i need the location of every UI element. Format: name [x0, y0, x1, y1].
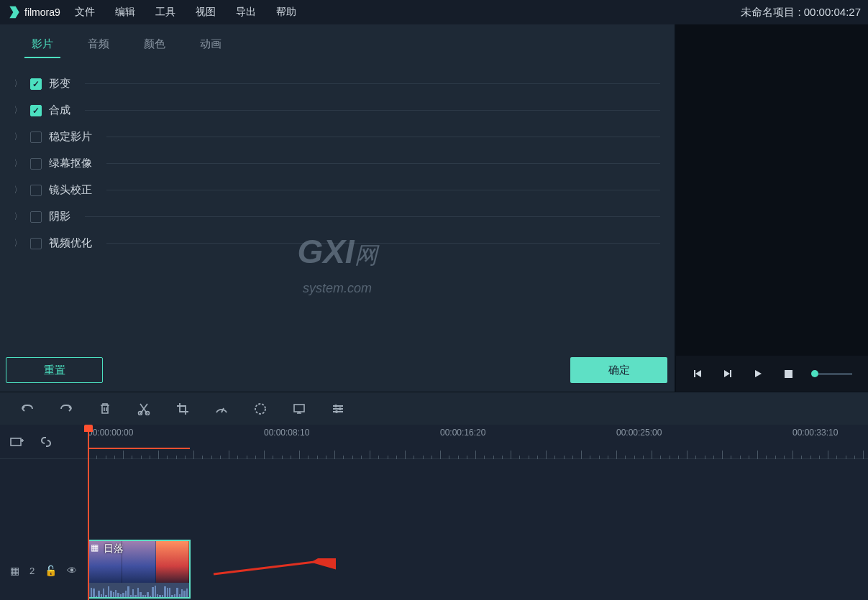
svg-point-3 [255, 404, 265, 414]
color-icon[interactable] [253, 402, 268, 416]
checkbox-greenscreen[interactable] [30, 158, 42, 170]
link-icon[interactable] [39, 435, 53, 449]
clip-waveform [89, 583, 189, 599]
play-icon[interactable] [752, 368, 764, 379]
svg-point-6 [339, 407, 342, 410]
chevron-right-icon[interactable]: 〉 [14, 184, 22, 196]
prop-label: 阴影 [49, 210, 70, 223]
properties-panel: 影片 音频 颜色 动画 〉 形变 〉 合成 〉 稳定影片 [0, 24, 676, 392]
prop-shadow: 〉 阴影 [13, 203, 660, 230]
panel-footer: 重置 确定 [0, 349, 675, 392]
timeline: 00:00:00:0000:00:08:1000:00:16:2000:00:2… [0, 425, 868, 600]
tab-audio[interactable]: 音频 [70, 32, 127, 57]
chevron-right-icon[interactable]: 〉 [14, 131, 22, 143]
crop-icon[interactable] [175, 402, 190, 416]
timeline-header: 00:00:00:0000:00:08:1000:00:16:2000:00:2… [0, 425, 868, 459]
svg-rect-0 [785, 370, 792, 378]
step-forward-icon[interactable] [722, 368, 734, 379]
svg-rect-4 [294, 405, 304, 412]
track-controls: ▦ 2 🔓 👁 [0, 541, 88, 600]
preview-panel [676, 24, 868, 392]
svg-point-7 [335, 410, 338, 413]
redo-icon[interactable] [59, 402, 73, 416]
prop-stabilize: 〉 稳定影片 [13, 124, 660, 150]
app-logo: filmora9 [7, 5, 60, 19]
svg-rect-8 [11, 438, 21, 446]
checkbox-shadow[interactable] [30, 211, 42, 223]
ruler-time-label: 00:00:16:20 [440, 428, 485, 438]
prop-label: 稳定影片 [49, 130, 92, 144]
video-clip[interactable]: ▦ 日落 [88, 540, 191, 599]
prop-label: 视频优化 [49, 236, 92, 250]
checkbox-composite[interactable] [30, 105, 42, 116]
svg-line-9 [214, 560, 332, 574]
chevron-right-icon[interactable]: 〉 [14, 157, 22, 170]
ruler-time-label: 00:00:08:10 [264, 428, 309, 438]
menu-help[interactable]: 帮助 [276, 6, 296, 19]
prop-label: 镜头校正 [49, 183, 92, 197]
timeline-tracks: ▦ 2 🔓 👁 ▦ 日落 [0, 459, 868, 600]
project-name: 未命名项目 [741, 6, 795, 18]
checkbox-lenscorrection[interactable] [30, 185, 42, 196]
chevron-right-icon[interactable]: 〉 [14, 211, 22, 223]
reset-button[interactable]: 重置 [6, 357, 103, 383]
ruler-time-label: 00:00:33:10 [792, 428, 838, 438]
prop-label: 合成 [49, 103, 70, 117]
speed-icon[interactable] [214, 402, 229, 416]
watermark: GXI网 system.com [297, 232, 377, 298]
menu-edit[interactable]: 编辑 [115, 6, 135, 19]
timeline-toolbar [0, 392, 868, 425]
film-icon: ▦ [10, 565, 19, 576]
top-menubar: filmora9 文件 编辑 工具 视图 导出 帮助 未命名项目 : 00:00… [0, 0, 868, 24]
project-time: 00:00:04:27 [804, 6, 861, 18]
ruler-time-label: 00:00:00:00 [88, 428, 133, 438]
timeline-ruler[interactable]: 00:00:00:0000:00:08:1000:00:16:2000:00:2… [88, 425, 868, 459]
cut-icon[interactable] [137, 402, 151, 416]
prop-composite: 〉 合成 [13, 97, 660, 124]
checkbox-stabilize[interactable] [30, 131, 42, 143]
ok-button[interactable]: 确定 [570, 357, 667, 383]
menu-tools[interactable]: 工具 [155, 6, 175, 19]
menu-file[interactable]: 文件 [75, 6, 95, 19]
tab-animation[interactable]: 动画 [183, 32, 239, 57]
lock-icon[interactable]: 🔓 [45, 565, 57, 576]
properties-list: 〉 形变 〉 合成 〉 稳定影片 〉 绿幕抠像 [0, 57, 675, 349]
chevron-right-icon[interactable]: 〉 [14, 78, 22, 90]
checkbox-transform[interactable] [30, 78, 42, 90]
track-content[interactable]: ▦ 日落 [88, 459, 868, 600]
volume-slider[interactable] [813, 373, 852, 375]
main-menu: 文件 编辑 工具 视图 导出 帮助 [75, 6, 296, 19]
tab-video[interactable]: 影片 [14, 32, 70, 57]
delete-icon[interactable] [98, 402, 112, 416]
undo-icon[interactable] [20, 402, 35, 416]
menu-view[interactable]: 视图 [196, 6, 216, 19]
playback-controls [676, 356, 868, 392]
add-media-icon[interactable] [10, 435, 24, 449]
prop-greenscreen: 〉 绿幕抠像 [13, 150, 660, 177]
stop-icon[interactable] [782, 368, 794, 379]
visibility-icon[interactable]: 👁 [67, 565, 77, 576]
annotation-arrow [206, 558, 336, 580]
playhead[interactable] [88, 425, 89, 601]
preview-viewport [676, 24, 868, 356]
project-info: 未命名项目 : 00:00:04:27 [741, 6, 861, 19]
chevron-right-icon[interactable]: 〉 [14, 104, 22, 116]
clip-type-icon: ▦ [91, 543, 99, 553]
checkbox-videoenhance[interactable] [30, 238, 42, 249]
prev-frame-icon[interactable] [692, 368, 703, 379]
filmora-logo-icon [7, 5, 22, 19]
app-name: filmora9 [24, 6, 60, 18]
chevron-right-icon[interactable]: 〉 [14, 237, 22, 249]
prop-label: 绿幕抠像 [49, 157, 92, 170]
prop-lenscorrection: 〉 镜头校正 [13, 177, 660, 203]
greenscreen-tool-icon[interactable] [292, 402, 306, 416]
tab-color[interactable]: 颜色 [127, 32, 183, 57]
clip-thumbnail: ▦ 日落 [89, 541, 189, 583]
settings-icon[interactable] [331, 402, 345, 416]
timeline-left-tools [0, 435, 88, 449]
property-tabs: 影片 音频 颜色 动画 [0, 24, 675, 57]
menu-export[interactable]: 导出 [236, 6, 256, 19]
ruler-time-label: 00:00:25:00 [616, 428, 662, 438]
clip-name: 日落 [104, 543, 124, 555]
svg-point-5 [334, 405, 337, 407]
